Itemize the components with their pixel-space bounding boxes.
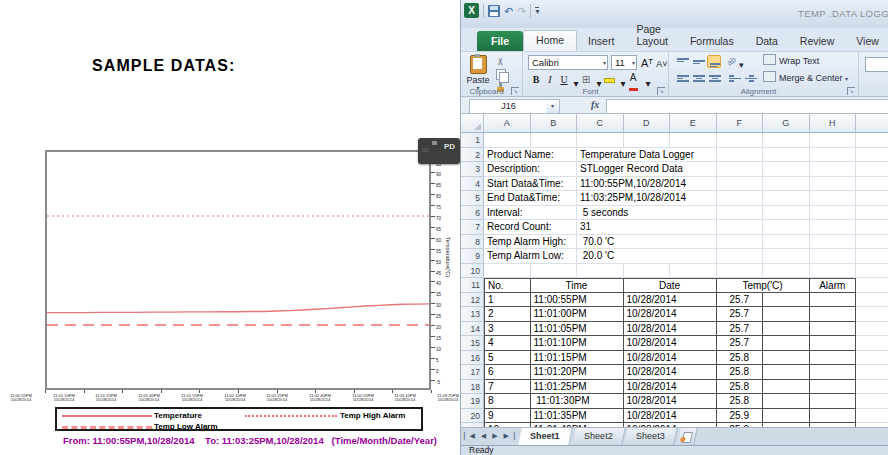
column-header-E[interactable]: E xyxy=(670,114,717,133)
cell-I20[interactable] xyxy=(856,409,888,424)
cell-H10[interactable] xyxy=(810,264,857,279)
cell-F12[interactable]: 25.7 xyxy=(717,293,764,308)
cell-H17[interactable] xyxy=(810,365,857,380)
row-header-15[interactable]: 15 xyxy=(461,336,484,351)
alignment-dialog-launcher-icon[interactable]: ↘ xyxy=(847,87,855,95)
cell-C7[interactable]: 31 xyxy=(577,220,717,235)
row-header-10[interactable]: 10 xyxy=(461,264,484,279)
font-name-dropdown-icon[interactable]: ▾ xyxy=(603,60,606,66)
column-header-partial[interactable] xyxy=(856,114,888,133)
cell-H3[interactable] xyxy=(810,162,857,177)
cell-G12[interactable] xyxy=(763,293,810,308)
cell-H6[interactable] xyxy=(810,206,857,221)
cell-A5[interactable]: End Data&Time: xyxy=(484,191,577,206)
cell-H11[interactable]: Alarm xyxy=(810,278,857,293)
column-header-H[interactable]: H xyxy=(810,114,857,133)
cell-H7[interactable] xyxy=(810,220,857,235)
cell-H4[interactable] xyxy=(810,177,857,192)
row-header-17[interactable]: 17 xyxy=(461,365,484,380)
cell-I10[interactable] xyxy=(856,264,888,279)
cell-I13[interactable] xyxy=(856,307,888,322)
row-header-19[interactable]: 19 xyxy=(461,394,484,409)
cell-H20[interactable] xyxy=(810,409,857,424)
cell-H14[interactable] xyxy=(810,322,857,337)
cell-B15[interactable]: 11:01:10PM xyxy=(531,336,624,351)
cell-D18[interactable]: 10/28/2014 xyxy=(624,380,717,395)
cell-G6[interactable] xyxy=(763,206,810,221)
cell-C1[interactable] xyxy=(577,133,624,148)
column-header-B[interactable]: B xyxy=(531,114,578,133)
cell-B14[interactable]: 11:01:05PM xyxy=(531,322,624,337)
ribbon-tab-review[interactable]: Review xyxy=(789,31,845,51)
ribbon-tab-home[interactable]: Home xyxy=(523,30,577,51)
cell-A14[interactable]: 3 xyxy=(484,322,531,337)
cell-I19[interactable] xyxy=(856,394,888,409)
cell-I14[interactable] xyxy=(856,322,888,337)
cell-H13[interactable] xyxy=(810,307,857,322)
cell-I17[interactable] xyxy=(856,365,888,380)
next-sheet-nav-icon[interactable]: ▶ xyxy=(489,428,500,445)
top-align-button[interactable] xyxy=(675,55,689,68)
cell-H2[interactable] xyxy=(810,148,857,163)
decrease-indent-button[interactable] xyxy=(727,72,741,85)
cell-A2[interactable]: Product Name: xyxy=(484,148,577,163)
cell-F15[interactable]: 25.7 xyxy=(717,336,764,351)
cell-I5[interactable] xyxy=(856,191,888,206)
undo-icon[interactable]: ↶ xyxy=(504,4,513,18)
orientation-dropdown-icon[interactable]: ▾ xyxy=(739,59,744,72)
ribbon-tab-view[interactable]: View xyxy=(845,31,888,51)
cell-B13[interactable]: 11:01:00PM xyxy=(531,307,624,322)
number-format-combo-partial[interactable] xyxy=(865,57,888,72)
cell-A10[interactable] xyxy=(484,264,531,279)
cell-F1[interactable] xyxy=(717,133,764,148)
cell-B18[interactable]: 11:01:25PM xyxy=(531,380,624,395)
cell-G2[interactable] xyxy=(763,148,810,163)
cell-G19[interactable] xyxy=(763,394,810,409)
row-header-5[interactable]: 5 xyxy=(461,191,484,206)
cell-F11[interactable]: Temp('C) xyxy=(717,278,810,293)
prev-sheet-nav-icon[interactable]: ◀ xyxy=(478,428,489,445)
font-name-combo[interactable]: Calibri ▾ xyxy=(528,55,608,70)
cell-D17[interactable]: 10/28/2014 xyxy=(624,365,717,380)
cell-G14[interactable] xyxy=(763,322,810,337)
cell-D20[interactable]: 10/28/2014 xyxy=(624,409,717,424)
ribbon-tab-insert[interactable]: Insert xyxy=(577,31,625,51)
clipboard-dialog-launcher-icon[interactable]: ↘ xyxy=(511,87,519,95)
cell-D11[interactable]: Date xyxy=(624,278,717,293)
bottom-align-button[interactable] xyxy=(707,55,721,68)
row-header-11[interactable]: 11 xyxy=(461,278,484,293)
borders-button[interactable]: ⊞ xyxy=(579,73,593,87)
last-sheet-nav-icon[interactable]: ▶▕ xyxy=(501,428,518,445)
cell-B12[interactable]: 11:00:55PM xyxy=(531,293,624,308)
merge-center-button[interactable]: Merge & Center ▾ xyxy=(763,71,848,85)
sheet-tab-sheet3[interactable]: Sheet3 xyxy=(625,428,678,445)
column-header-C[interactable]: C xyxy=(577,114,624,133)
excel-app-icon[interactable]: X xyxy=(464,3,479,18)
row-header-9[interactable]: 9 xyxy=(461,249,484,264)
cell-F17[interactable]: 25.8 xyxy=(717,365,764,380)
font-size-dropdown-icon[interactable]: ▾ xyxy=(632,60,635,66)
cell-G15[interactable] xyxy=(763,336,810,351)
row-header-1[interactable]: 1 xyxy=(461,133,484,148)
cell-G5[interactable] xyxy=(763,191,810,206)
sheet-tab-sheet1[interactable]: Sheet1 xyxy=(519,428,573,445)
cell-I2[interactable] xyxy=(856,148,888,163)
cell-G1[interactable] xyxy=(763,133,810,148)
name-box-dropdown-icon[interactable]: ▾ xyxy=(546,99,560,114)
row-header-14[interactable]: 14 xyxy=(461,322,484,337)
cell-A18[interactable]: 7 xyxy=(484,380,531,395)
row-header-20[interactable]: 20 xyxy=(461,409,484,424)
cell-B19[interactable]: 11:01:30PM xyxy=(531,394,624,409)
cell-I18[interactable] xyxy=(856,380,888,395)
cell-A16[interactable]: 5 xyxy=(484,351,531,366)
cell-A4[interactable]: Start Data&Time: xyxy=(484,177,577,192)
cell-H1[interactable] xyxy=(810,133,857,148)
cell-G13[interactable] xyxy=(763,307,810,322)
row-header-8[interactable]: 8 xyxy=(461,235,484,250)
row-header-13[interactable]: 13 xyxy=(461,307,484,322)
grow-font-button[interactable]: Aᵀ xyxy=(640,56,654,70)
cell-F20[interactable]: 25.9 xyxy=(717,409,764,424)
shrink-font-button[interactable]: A˅ xyxy=(655,57,669,71)
ribbon-tab-data[interactable]: Data xyxy=(745,31,789,51)
insert-function-icon[interactable]: fx xyxy=(591,99,599,110)
